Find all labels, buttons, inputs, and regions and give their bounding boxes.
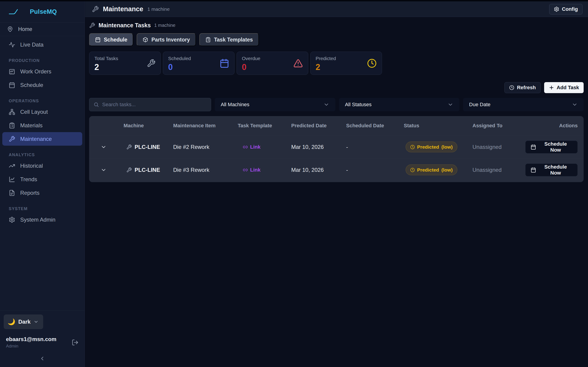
historical-label: Historical xyxy=(20,163,43,169)
schedule-now-button[interactable]: Schedule Now xyxy=(525,141,578,153)
schedule-now-button[interactable]: Schedule Now xyxy=(525,164,578,176)
wrench-icon xyxy=(147,59,156,68)
sidebar-item-trends[interactable]: Trends xyxy=(2,173,82,186)
system-admin-label: System Admin xyxy=(20,217,55,223)
gear-icon xyxy=(554,6,559,12)
stat-label: Total Tasks xyxy=(95,56,156,61)
stat-card-scheduled: Scheduled 0 xyxy=(163,52,234,75)
sidebar-item-work-orders[interactable]: Work Orders xyxy=(2,65,82,78)
activity-icon xyxy=(9,42,15,48)
expand-chevron-icon[interactable] xyxy=(101,167,107,173)
logout-icon[interactable] xyxy=(72,339,78,346)
refresh-button[interactable]: Refresh xyxy=(504,82,541,93)
clipboard-icon xyxy=(9,122,15,129)
pulsemq-logo-icon xyxy=(8,8,19,16)
tab-task-templates[interactable]: Task Templates xyxy=(199,33,259,46)
line-chart-icon xyxy=(9,176,15,183)
column-machine: Machine xyxy=(124,123,173,129)
calendar-icon xyxy=(531,167,536,173)
chevron-left-icon[interactable] xyxy=(39,356,45,361)
live-data-label: Live Data xyxy=(20,42,43,48)
sidebar-item-schedule[interactable]: Schedule xyxy=(2,78,82,92)
sort-filter-dropdown[interactable]: Due Date xyxy=(463,98,584,111)
sidebar-item-live-data[interactable]: Live Data xyxy=(2,38,82,51)
sidebar-footer: 🌙 Dark ebaars1@msn.com Admin xyxy=(0,311,85,367)
plus-icon xyxy=(549,85,554,90)
status-label: Predicted xyxy=(417,167,439,173)
cell-layout-label: Cell Layout xyxy=(20,109,48,115)
trending-up-icon xyxy=(9,163,15,169)
task-template-link[interactable]: Link xyxy=(238,144,291,150)
clock-icon xyxy=(410,168,415,172)
chevron-down-icon xyxy=(34,319,39,324)
clock-icon xyxy=(509,85,514,90)
tab-task-templates-label: Task Templates xyxy=(214,37,253,43)
factory-icon xyxy=(9,68,15,75)
network-icon xyxy=(9,109,15,115)
user-role: Admin xyxy=(6,344,57,349)
moon-icon: 🌙 xyxy=(8,318,15,325)
predicted-date: Mar 10, 2026 xyxy=(291,167,346,173)
tab-parts-inventory[interactable]: Parts Inventory xyxy=(137,33,196,46)
config-label: Config xyxy=(562,6,578,12)
sidebar-item-system-admin[interactable]: System Admin xyxy=(2,213,82,226)
task-template-link[interactable]: Link xyxy=(238,167,291,173)
schedule-now-label: Schedule Now xyxy=(539,141,572,153)
add-task-button[interactable]: Add Task xyxy=(544,82,584,93)
gear-icon xyxy=(9,217,15,223)
predicted-date: Mar 10, 2026 xyxy=(291,144,346,150)
sidebar: PulseMQ Home Live Data PRODUCTION Work O… xyxy=(0,1,85,367)
machine-filter-dropdown[interactable]: All Machines xyxy=(215,98,335,111)
tab-schedule-label: Schedule xyxy=(104,37,127,43)
sidebar-item-reports[interactable]: Reports xyxy=(2,186,82,200)
column-task-template: Task Template xyxy=(238,123,291,129)
schedule-now-label: Schedule Now xyxy=(539,164,572,176)
schedule-label: Schedule xyxy=(20,82,43,88)
section-header: Maintenance Tasks 1 machine xyxy=(89,22,584,29)
table-row: PLC-LINE Die #3 Rework Link Mar 10, 2026… xyxy=(89,158,584,181)
wrench-icon xyxy=(9,136,15,142)
reports-label: Reports xyxy=(20,190,40,196)
user-row: ebaars1@msn.com Admin xyxy=(4,336,81,349)
section-production: PRODUCTION xyxy=(9,58,85,63)
config-button[interactable]: Config xyxy=(549,4,582,15)
theme-selector[interactable]: 🌙 Dark xyxy=(4,315,43,329)
status-filter-value: All Statuses xyxy=(345,102,372,108)
column-predicted-date: Predicted Date xyxy=(291,123,346,129)
user-email: ebaars1@msn.com xyxy=(6,336,57,342)
app-name: PulseMQ xyxy=(30,8,57,15)
severity-label: (low) xyxy=(441,144,453,150)
stat-card-predicted: Predicted 2 xyxy=(310,52,382,75)
section-analytics: ANALYTICS xyxy=(9,152,85,158)
home-label: Home xyxy=(18,26,32,32)
assigned-to: Unassigned xyxy=(473,144,525,150)
section-machine-count: 1 machine xyxy=(154,23,175,28)
assigned-to: Unassigned xyxy=(473,167,525,173)
tab-schedule[interactable]: Schedule xyxy=(89,33,133,46)
map-pin-icon xyxy=(7,26,13,32)
link-label: Link xyxy=(250,167,260,173)
tab-bar: Schedule Parts Inventory Task Templates xyxy=(89,33,584,46)
sidebar-item-materials[interactable]: Materials xyxy=(2,119,82,132)
search-icon xyxy=(94,102,99,107)
chevron-down-icon xyxy=(447,102,453,108)
search-input[interactable] xyxy=(102,102,207,108)
top-bar: Maintenance 1 machine Config xyxy=(85,1,588,17)
sidebar-item-maintenance[interactable]: Maintenance xyxy=(2,132,82,146)
machine-name: PLC-LINE xyxy=(135,167,160,173)
sidebar-item-cell-layout[interactable]: Cell Layout xyxy=(2,105,82,119)
link-icon xyxy=(243,144,248,150)
wrench-icon xyxy=(126,167,132,173)
toolbar: Refresh Add Task xyxy=(89,82,584,93)
section-title: Maintenance Tasks xyxy=(99,22,151,29)
filter-bar: All Machines All Statuses Due Date xyxy=(89,98,584,111)
tasks-table: Machine Maintenance Item Task Template P… xyxy=(89,116,584,182)
link-icon xyxy=(243,167,248,173)
status-filter-dropdown[interactable]: All Statuses xyxy=(339,98,460,111)
expand-chevron-icon[interactable] xyxy=(101,144,107,150)
maintenance-item: Die #3 Rework xyxy=(173,167,238,173)
sidebar-item-historical[interactable]: Historical xyxy=(2,159,82,173)
sidebar-item-home[interactable]: Home xyxy=(0,23,85,36)
section-operations: OPERATIONS xyxy=(9,99,85,104)
stat-card-total-tasks: Total Tasks 2 xyxy=(89,52,161,75)
